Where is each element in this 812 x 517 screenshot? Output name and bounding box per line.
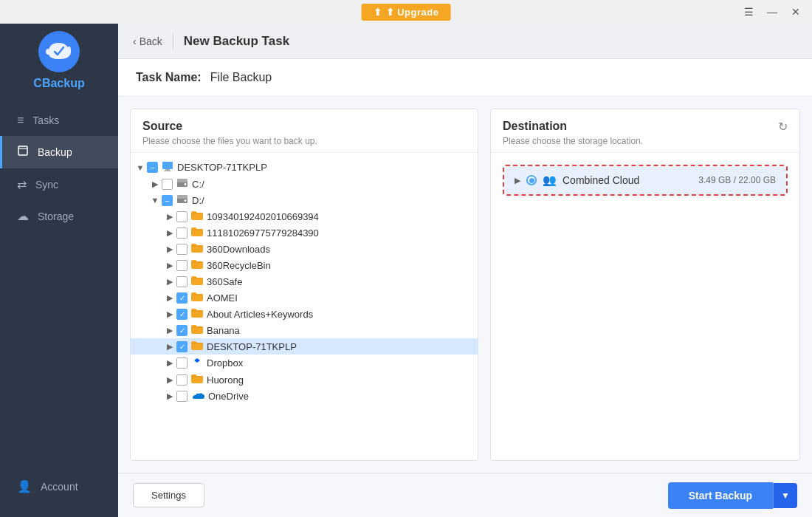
tree-item[interactable]: ▶Huorong: [131, 372, 478, 388]
tree-file-icon: [162, 161, 173, 174]
task-name-bar: Task Name: File Backup: [118, 59, 812, 97]
tree-chevron-icon[interactable]: ▶: [163, 261, 176, 270]
tree-item[interactable]: ▼–D:/: [131, 192, 478, 208]
panels-area: Source Please choose the files you want …: [118, 97, 812, 473]
tree-item[interactable]: ▶360Safe: [131, 273, 478, 290]
task-name-value: File Backup: [210, 71, 272, 84]
tree-checkbox[interactable]: [176, 276, 187, 287]
tree-file-icon: [191, 390, 204, 402]
upgrade-button[interactable]: ⬆ ⬆ Upgrade: [362, 4, 451, 21]
tree-checkbox[interactable]: ✓: [176, 292, 187, 304]
tree-checkbox[interactable]: ✓: [176, 325, 187, 336]
tree-chevron-icon[interactable]: ▶: [163, 342, 176, 352]
tree-item[interactable]: ▶C:/: [131, 176, 478, 192]
svg-point-11: [185, 199, 187, 202]
tree-checkbox[interactable]: [176, 211, 187, 222]
tree-item[interactable]: ▶360Downloads: [131, 241, 478, 257]
tree-item[interactable]: ▶✓About Articles+Keywords: [131, 306, 478, 322]
tree-chevron-icon[interactable]: ▼: [134, 163, 147, 172]
tree-chevron-icon[interactable]: ▶: [163, 244, 176, 254]
tree-chevron-icon[interactable]: ▶: [163, 277, 176, 287]
tree-chevron-icon[interactable]: ▼: [148, 196, 162, 205]
tree-checkbox[interactable]: [176, 260, 187, 271]
back-label: Back: [140, 35, 162, 47]
tree-item[interactable]: ▶109340192402010669394: [131, 208, 478, 225]
tree-item-label: 111810269775779284390: [207, 227, 319, 239]
tree-file-icon: [191, 308, 203, 320]
tree-item[interactable]: ▶OneDrive: [131, 388, 478, 404]
tree-file-icon: [191, 340, 203, 352]
start-backup-group: Start Backup ▼: [668, 482, 797, 509]
combined-cloud-item[interactable]: ▶ 👥 Combined Cloud 3.49 GB / 22.00 GB: [504, 166, 786, 194]
settings-button[interactable]: Settings: [133, 483, 204, 507]
tree-item[interactable]: ▶✓DESKTOP-71TKPLP: [131, 338, 478, 355]
tree-item[interactable]: ▶111810269775779284390: [131, 225, 478, 241]
tree-checkbox[interactable]: –: [147, 162, 158, 173]
svg-point-8: [185, 183, 187, 185]
tree-item-label: DESKTOP-71TKPLP: [207, 341, 297, 352]
logo-area: CBackup: [33, 31, 84, 90]
logo-text: CBackup: [33, 77, 84, 90]
tree-file-icon: [191, 324, 203, 336]
page-title: New Backup Task: [184, 34, 289, 49]
destination-title: Destination: [503, 120, 643, 133]
tree-checkbox[interactable]: [176, 244, 187, 255]
tree-checkbox[interactable]: [176, 227, 187, 239]
menu-button[interactable]: ☰: [738, 4, 759, 20]
tree-item[interactable]: ▶360RecycleBin: [131, 257, 478, 273]
svg-rect-1: [18, 146, 27, 155]
tree-item[interactable]: ▶✓Banana: [131, 322, 478, 338]
tree-chevron-icon[interactable]: ▶: [148, 179, 162, 189]
bottom-bar: Settings Start Backup ▼: [118, 473, 812, 517]
tree-file-icon: [191, 292, 203, 304]
cloud-radio-button[interactable]: [526, 175, 537, 185]
destination-panel-header: Destination Please choose the storage lo…: [491, 109, 799, 153]
cloud-item-wrapper: ▶ 👥 Combined Cloud 3.49 GB / 22.00 GB: [503, 165, 788, 196]
tree-file-icon: [176, 194, 188, 206]
header-bar: ‹ Back New Backup Task: [118, 24, 812, 59]
tree-chevron-icon[interactable]: ▶: [163, 326, 176, 335]
tree-item-label: Dropbox: [207, 357, 243, 369]
sidebar-item-backup-label: Backup: [38, 146, 72, 158]
sidebar-item-tasks[interactable]: ≡ Tasks: [0, 105, 118, 136]
sidebar-item-storage[interactable]: ☁ Storage: [0, 200, 118, 232]
tree-item-label: 360RecycleBin: [207, 260, 271, 271]
file-tree[interactable]: ▼–DESKTOP-71TKPLP▶C:/▼–D:/▶1093401924020…: [131, 153, 478, 460]
start-backup-button[interactable]: Start Backup: [668, 482, 773, 509]
tree-checkbox[interactable]: [176, 374, 187, 386]
back-button[interactable]: ‹ Back: [133, 35, 162, 47]
start-backup-dropdown-button[interactable]: ▼: [773, 483, 797, 508]
content-area: ‹ Back New Backup Task Task Name: File B…: [118, 24, 812, 517]
tree-checkbox[interactable]: [162, 179, 173, 190]
cloud-storage-text: 3.49 GB / 22.00 GB: [698, 175, 776, 185]
tree-checkbox[interactable]: –: [162, 195, 173, 206]
tree-item-label: AOMEI: [207, 292, 238, 304]
tree-item[interactable]: ▶✓AOMEI: [131, 290, 478, 306]
sidebar-item-account[interactable]: 👤 Account: [0, 470, 118, 502]
minimize-button[interactable]: —: [762, 4, 782, 20]
tree-checkbox[interactable]: ✓: [176, 341, 187, 352]
tree-chevron-icon[interactable]: ▶: [163, 375, 176, 385]
refresh-button[interactable]: ↻: [778, 120, 788, 134]
tree-chevron-icon[interactable]: ▶: [163, 391, 176, 401]
source-title: Source: [142, 120, 466, 133]
backup-icon: [17, 145, 29, 160]
tree-checkbox[interactable]: [176, 391, 187, 402]
tree-chevron-icon[interactable]: ▶: [163, 293, 176, 303]
tree-checkbox[interactable]: [176, 357, 187, 369]
tree-item[interactable]: ▼–DESKTOP-71TKPLP: [131, 159, 478, 176]
close-button[interactable]: ✕: [785, 4, 806, 20]
sidebar-item-sync[interactable]: ⇄ Sync: [0, 168, 118, 200]
tree-checkbox[interactable]: ✓: [176, 309, 187, 320]
tree-chevron-icon[interactable]: ▶: [163, 309, 176, 319]
svg-rect-10: [177, 195, 187, 199]
tree-chevron-icon[interactable]: ▶: [163, 228, 176, 238]
sidebar-item-account-label: Account: [41, 481, 78, 493]
tree-chevron-icon[interactable]: ▶: [163, 358, 176, 368]
source-panel: Source Please choose the files you want …: [130, 109, 478, 461]
tree-file-icon: [176, 178, 188, 190]
source-subtitle: Please choose the files you want to back…: [142, 136, 466, 146]
tree-chevron-icon[interactable]: ▶: [163, 212, 176, 222]
sidebar-item-backup[interactable]: Backup: [0, 136, 118, 168]
tree-item[interactable]: ▶Dropbox: [131, 355, 478, 372]
